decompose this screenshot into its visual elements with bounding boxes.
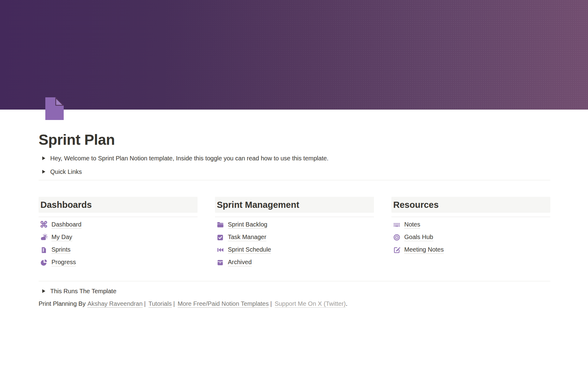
templates-link[interactable]: More Free/Paid Notion Templates [178,300,269,308]
page-body: Sprint Plan Hey, Welcome to Sprint Plan … [0,110,588,308]
column-header-label: Resources [393,199,548,211]
support-link[interactable]: Support Me On X (Twitter) [275,300,346,308]
page-link-goals-hub[interactable]: Goals Hub [391,233,550,242]
credits-suffix: . [346,300,348,307]
page-link-my-day[interactable]: My Day [39,233,198,242]
divider [391,217,550,217]
page-link-sprint-backlog[interactable]: Sprint Backlog [215,221,374,229]
separator: | [173,300,175,307]
page-link-label: Meeting Notes [404,246,444,254]
toggle-quick-links[interactable]: Quick Links [39,167,550,177]
toggle-triangle-icon[interactable] [40,170,47,174]
separator: | [144,300,146,307]
author-link[interactable]: Akshay Raveendran [87,300,142,308]
link-list: Notes Goals Hub [391,221,550,254]
page-link-sprints[interactable]: Sprints [39,246,198,254]
page-link-progress[interactable]: Progress [39,258,198,267]
columns-section: Dashboards ⌘ Dashboard [39,197,550,271]
page-link-label: Sprints [51,246,70,254]
page-link-label: Sprint Backlog [228,221,267,229]
toggle-triangle-icon[interactable] [40,156,47,160]
credits-prefix: Print Planning By [39,300,85,307]
page-link-label: Goals Hub [404,234,433,241]
divider [215,217,374,217]
page-link-meeting-notes[interactable]: Meeting Notes [391,246,550,254]
rewind-icon [216,246,224,254]
toggle-welcome[interactable]: Hey, Welcome to Sprint Plan Notion templ… [39,153,550,163]
keyboard-icon [393,221,401,229]
target-icon [393,234,401,242]
page-title[interactable]: Sprint Plan [39,131,550,149]
page-link-label: Notes [404,221,420,229]
divider [39,180,550,180]
page-link-label: Dashboard [51,221,81,229]
column-header-sprint-management: Sprint Management [215,197,374,213]
page-link-label: Task Manager [228,234,266,241]
compose-icon [393,246,401,254]
tutorials-link[interactable]: Tutorials [149,300,172,308]
sun-behind-cloud-icon [40,234,48,242]
page-link-task-manager[interactable]: Task Manager [215,233,374,242]
toggle-quick-links-label: Quick Links [50,168,82,175]
column-header-resources: Resources [391,197,550,213]
page-link-label: Progress [51,259,76,266]
page-link-notes[interactable]: Notes [391,221,550,229]
column-header-dashboards: Dashboards [39,197,198,213]
column-header-label: Dashboards [40,199,195,211]
archive-icon [216,259,224,267]
page-link-archived[interactable]: Archived [215,258,374,267]
column-sprint-management: Sprint Management Sprint Backlog [215,197,374,271]
pie-chart-icon [40,259,48,267]
column-resources: Resources Notes [391,197,550,271]
link-list: Sprint Backlog Task Manager [215,221,374,267]
notion-page: Sprint Plan Hey, Welcome to Sprint Plan … [0,0,588,367]
divider [39,217,198,217]
column-header-label: Sprint Management [217,199,371,211]
toggle-runs-template[interactable]: This Runs The Template [39,286,550,296]
zipped-document-icon [40,246,48,254]
folder-icon [216,221,224,229]
divider [39,281,550,281]
toggle-runs-template-label: This Runs The Template [50,288,116,295]
separator: | [270,300,272,307]
page-link-label: Sprint Schedule [228,246,271,254]
page-link-label: Archived [228,259,252,266]
command-icon: ⌘ [40,221,48,229]
cover-image [0,0,588,110]
toggle-triangle-icon[interactable] [40,289,47,293]
page-link-sprint-schedule[interactable]: Sprint Schedule [215,246,374,254]
link-list: ⌘ Dashboard [39,221,198,267]
checkbox-icon [216,234,224,242]
toggle-welcome-label: Hey, Welcome to Sprint Plan Notion templ… [50,155,329,162]
credits-line: Print Planning ByAkshay Raveendran|Tutor… [39,300,550,308]
column-dashboards: Dashboards ⌘ Dashboard [39,197,198,271]
page-link-label: My Day [51,234,72,241]
page-link-dashboard[interactable]: ⌘ Dashboard [39,221,198,229]
